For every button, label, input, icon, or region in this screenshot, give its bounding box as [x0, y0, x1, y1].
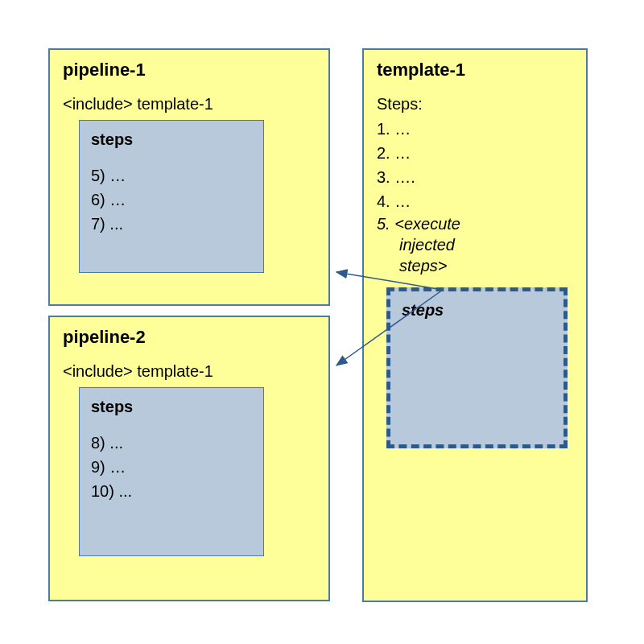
- template-1-box: template-1 Steps: 1. … 2. … 3. …. 4. … 5…: [362, 48, 588, 602]
- diagram-canvas: pipeline-1 <include> template-1 steps 5)…: [48, 48, 596, 612]
- pipeline-1-box: pipeline-1 <include> template-1 steps 5)…: [48, 48, 330, 306]
- template-steps-placeholder: steps: [386, 287, 568, 448]
- pipeline-1-include: <include> template-1: [63, 95, 316, 114]
- steps-label: steps: [91, 398, 252, 416]
- template-step: 2. …: [377, 141, 573, 165]
- template-step: 1. …: [377, 117, 573, 141]
- execute-line-2: injected: [377, 234, 573, 255]
- pipeline-2-box: pipeline-2 <include> template-1 steps 8)…: [48, 316, 330, 601]
- execute-line-1: 5. <execute: [377, 215, 460, 233]
- template-step: 3. ….: [377, 165, 573, 189]
- step-item: 5) …: [91, 163, 252, 188]
- pipeline-2-include: <include> template-1: [63, 362, 316, 381]
- steps-label: steps: [91, 130, 252, 149]
- step-item: 10) ...: [91, 479, 252, 503]
- step-item: 6) …: [91, 188, 252, 212]
- pipeline-1-steps-box: steps 5) … 6) … 7) ...: [79, 120, 264, 273]
- template-steps-header: Steps:: [377, 95, 573, 114]
- template-1-title: template-1: [377, 60, 573, 80]
- step-item: 9) …: [91, 455, 252, 479]
- template-execute-step: 5. <execute injected steps>: [377, 213, 573, 276]
- step-item: 7) ...: [91, 212, 252, 236]
- template-step: 4. …: [377, 189, 573, 213]
- pipeline-2-title: pipeline-2: [63, 327, 316, 348]
- placeholder-label: steps: [402, 301, 552, 320]
- pipeline-2-steps-box: steps 8) ... 9) … 10) ...: [79, 387, 264, 556]
- step-item: 8) ...: [91, 431, 252, 455]
- pipeline-1-title: pipeline-1: [63, 60, 316, 80]
- execute-line-3: steps>: [377, 255, 573, 276]
